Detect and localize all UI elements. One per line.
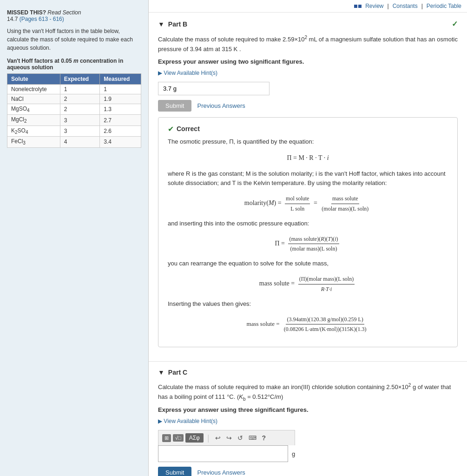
symbol-button[interactable]: ΑΣφ: [185, 433, 204, 443]
sidebar: MISSED THIS? Read Section 14.7 (Pages 61…: [0, 0, 149, 476]
eq1: Π = M · R · T · i: [168, 152, 448, 164]
periodic-table-link[interactable]: Periodic Table: [427, 3, 461, 9]
refresh-button[interactable]: ↺: [236, 433, 245, 443]
review-link[interactable]: Review: [365, 3, 383, 9]
table-row: NaCl 2 1.9: [7, 94, 141, 104]
part-c-express: Express your answer using three signific…: [158, 406, 458, 413]
col-measured: Measured: [100, 74, 141, 85]
part-b-correct-box: ✔ Correct The osmotic pressure, Π, is qu…: [158, 117, 458, 347]
template-button[interactable]: √□: [173, 434, 184, 442]
table-row: MgSO4 2 1.3: [7, 104, 141, 115]
part-c-arrow[interactable]: ▼: [158, 369, 164, 376]
toolbar-sep1: |: [207, 434, 210, 442]
part-b-previous-answers[interactable]: Previous Answers: [197, 102, 245, 109]
part-c-view-hints[interactable]: View Available Hint(s): [158, 418, 458, 424]
van-hoff-table: Solute Expected Measured Nonelectrolyte …: [7, 73, 141, 148]
part-b-submit-button[interactable]: Submit: [158, 100, 191, 112]
part-b-checkmark: ✓: [452, 20, 458, 28]
eq5: mass solute = (3.94atm)(120.38 g/mol)(0.…: [168, 315, 448, 334]
part-b-title: Part B: [168, 20, 187, 28]
inserting-text: Inserting the values then gives:: [168, 299, 448, 309]
missed-this-label: MISSED THIS?: [7, 9, 46, 16]
separator1: |: [388, 3, 389, 9]
undo-button[interactable]: ↩: [213, 433, 223, 443]
constants-link[interactable]: Constants: [393, 3, 418, 9]
eq2: molarity(M) = mol solute L soln = mass s…: [168, 194, 448, 213]
part-c-unit: g: [292, 450, 295, 457]
correct-header: ✔ Correct: [168, 125, 448, 133]
part-b-view-hints[interactable]: View Available Hint(s): [158, 70, 458, 76]
part-b-question: Calculate the mass of solute required to…: [158, 34, 458, 54]
correct-checkmark: ✔: [168, 125, 174, 133]
table-row: Nonelectrolyte 1 1: [7, 85, 141, 94]
section-number: 14.7: [7, 16, 18, 22]
part-b-submit-row: Submit Previous Answers: [158, 100, 458, 112]
part-c-input-row: g: [158, 445, 458, 462]
read-section-label: Read Section: [47, 9, 81, 16]
sidebar-description: Using the van't Hoff factors in the tabl…: [7, 27, 141, 52]
pages-link[interactable]: (Pages 613 - 616): [20, 16, 64, 22]
keyboard-button[interactable]: ⌨: [247, 434, 258, 442]
col-solute: Solute: [7, 74, 60, 85]
part-c-submit-button[interactable]: Submit: [158, 467, 191, 476]
part-c-previous-answers[interactable]: Previous Answers: [197, 469, 245, 476]
part-b-header: ▼ Part B ✓: [158, 20, 458, 28]
table-row: MgCl2 3 2.7: [7, 115, 141, 126]
missed-this-section: MISSED THIS? Read Section 14.7 (Pages 61…: [7, 9, 141, 22]
part-b-answer-row: [158, 82, 458, 95]
top-nav: Review | Constants | Periodic Table: [149, 0, 467, 13]
part-c-answer-input[interactable]: [158, 445, 288, 462]
help-button[interactable]: ?: [260, 433, 268, 443]
correct-intro: The osmotic pressure, Π, is quantified b…: [168, 137, 448, 147]
part-b-arrow[interactable]: ▼: [158, 20, 164, 28]
editor-toolbar: ⊞ √□ ΑΣφ | ↩ ↪ ↺ ⌨ ?: [158, 430, 295, 445]
eq3: Π = (mass solute)(R)(T)(i) (molar mass)(…: [168, 234, 448, 254]
part-b-express: Express your answer using two significan…: [158, 58, 458, 65]
eq4: mass solute = (Π)(molar mass)(L soln) R·…: [168, 274, 448, 294]
part-c-section: ▼ Part C Calculate the mass of solute re…: [149, 362, 467, 476]
part-c-input-area: ⊞ √□ ΑΣφ | ↩ ↪ ↺ ⌨ ? g: [158, 430, 458, 462]
part-c-submit-row: Submit Previous Answers: [158, 467, 458, 476]
rearrange-text: you can rearrange the equation to solve …: [168, 259, 448, 269]
part-c-title: Part C: [168, 369, 187, 376]
part-c-question: Calculate the mass of solute required to…: [158, 382, 458, 403]
table-title: Van't Hoff factors at 0.05 m concentrati…: [7, 58, 141, 71]
review-icon: [354, 5, 362, 8]
part-c-header: ▼ Part C: [158, 369, 458, 376]
main-content: Review | Constants | Periodic Table ▼ Pa…: [149, 0, 467, 476]
part-b-section: ▼ Part B ✓ Calculate the mass of solute …: [149, 13, 467, 362]
matrix-button[interactable]: ⊞: [162, 434, 171, 442]
separator2: |: [421, 3, 423, 9]
redo-button[interactable]: ↪: [224, 433, 234, 443]
table-row: K2SO4 3 2.6: [7, 126, 141, 136]
col-expected: Expected: [60, 74, 99, 85]
where-text: where R is the gas constant; M is the so…: [168, 169, 448, 189]
and-inserting: and inserting this into the osmotic pres…: [168, 219, 448, 229]
part-b-answer-input[interactable]: [158, 82, 270, 95]
correct-body: The osmotic pressure, Π, is quantified b…: [168, 137, 448, 334]
table-row: FeCl3 4 3.4: [7, 137, 141, 147]
correct-label: Correct: [177, 125, 200, 132]
